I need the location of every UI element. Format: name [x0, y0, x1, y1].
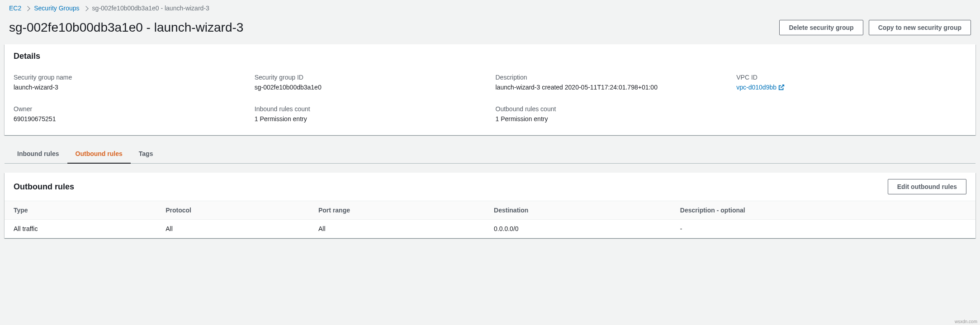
copy-to-new-security-group-button[interactable]: Copy to new security group: [869, 20, 971, 35]
chevron-right-icon: [26, 5, 29, 12]
details-grid: Security group name launch-wizard-3 Secu…: [5, 68, 975, 135]
detail-value: launch-wizard-3 created 2020-05-11T17:24…: [496, 84, 726, 91]
tab-inbound-rules[interactable]: Inbound rules: [9, 145, 67, 164]
detail-label: Inbound rules count: [255, 105, 485, 113]
detail-outbound-rules-count: Outbound rules count 1 Permission entry: [496, 105, 726, 122]
cell-description: -: [673, 220, 975, 238]
table-row: All traffic All All 0.0.0.0/0 -: [5, 220, 975, 238]
details-panel: Details Security group name launch-wizar…: [5, 44, 975, 135]
breadcrumb: EC2 Security Groups sg-002fe10b00db3a1e0…: [0, 0, 980, 16]
detail-owner: Owner 690190675251: [14, 105, 244, 122]
tab-tags[interactable]: Tags: [131, 145, 161, 164]
page-header: sg-002fe10b00db3a1e0 - launch-wizard-3 D…: [0, 16, 980, 44]
cell-port-range: All: [311, 220, 487, 238]
detail-value: 690190675251: [14, 115, 244, 122]
detail-value: launch-wizard-3: [14, 84, 244, 91]
tab-outbound-rules[interactable]: Outbound rules: [67, 145, 131, 164]
outbound-rules-title: Outbound rules: [14, 182, 74, 192]
detail-security-group-id: Security group ID sg-002fe10b00db3a1e0: [255, 74, 485, 91]
detail-security-group-name: Security group name launch-wizard-3: [14, 74, 244, 91]
header-actions: Delete security group Copy to new securi…: [779, 20, 971, 35]
detail-value: sg-002fe10b00db3a1e0: [255, 84, 485, 91]
details-panel-header: Details: [5, 44, 975, 68]
table-header-row: Type Protocol Port range Destination Des…: [5, 201, 975, 220]
detail-label: Security group name: [14, 74, 244, 81]
col-destination: Destination: [487, 201, 673, 220]
outbound-rules-header: Outbound rules Edit outbound rules: [5, 173, 975, 201]
outbound-rules-panel: Outbound rules Edit outbound rules Type …: [5, 173, 975, 238]
detail-description: Description launch-wizard-3 created 2020…: [496, 74, 726, 91]
breadcrumb-ec2[interactable]: EC2: [9, 5, 21, 12]
detail-vpc-id: VPC ID vpc-d010d9bb: [736, 74, 966, 91]
breadcrumb-current: sg-002fe10b00db3a1e0 - launch-wizard-3: [92, 5, 209, 12]
chevron-right-icon: [84, 5, 88, 12]
col-type: Type: [5, 201, 158, 220]
col-protocol: Protocol: [158, 201, 311, 220]
breadcrumb-security-groups[interactable]: Security Groups: [34, 5, 79, 12]
detail-label: Description: [496, 74, 726, 81]
outbound-rules-table: Type Protocol Port range Destination Des…: [5, 201, 975, 238]
detail-label: Owner: [14, 105, 244, 113]
page-title: sg-002fe10b00db3a1e0 - launch-wizard-3: [9, 20, 243, 35]
details-panel-title: Details: [14, 52, 966, 61]
delete-security-group-button[interactable]: Delete security group: [779, 20, 863, 35]
vpc-id-link[interactable]: vpc-d010d9bb: [736, 84, 785, 91]
external-link-icon: [778, 84, 785, 90]
cell-destination: 0.0.0.0/0: [487, 220, 673, 238]
col-description: Description - optional: [673, 201, 975, 220]
detail-value: vpc-d010d9bb: [736, 84, 966, 91]
detail-value: 1 Permission entry: [496, 115, 726, 122]
detail-value: 1 Permission entry: [255, 115, 485, 122]
vpc-id-text: vpc-d010d9bb: [736, 84, 776, 91]
detail-label: Outbound rules count: [496, 105, 726, 113]
col-port-range: Port range: [311, 201, 487, 220]
detail-label: VPC ID: [736, 74, 966, 81]
detail-inbound-rules-count: Inbound rules count 1 Permission entry: [255, 105, 485, 122]
edit-outbound-rules-button[interactable]: Edit outbound rules: [888, 179, 966, 194]
detail-label: Security group ID: [255, 74, 485, 81]
cell-type: All traffic: [5, 220, 158, 238]
cell-protocol: All: [158, 220, 311, 238]
tabs: Inbound rules Outbound rules Tags: [5, 144, 975, 164]
